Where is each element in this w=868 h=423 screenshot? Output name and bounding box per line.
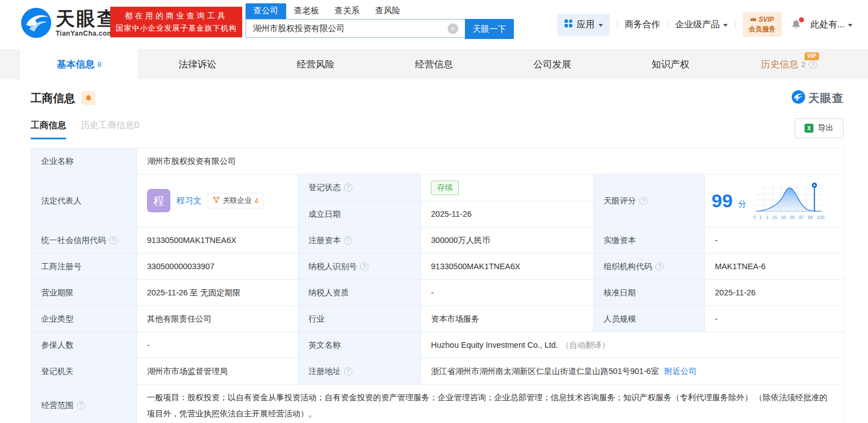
svip-member-button[interactable]: SVIP 会员服务	[743, 12, 782, 37]
field-label-registered-address: 注册地址	[298, 358, 421, 385]
field-value-insured-count: -	[137, 332, 298, 358]
tianyancha-logo[interactable]: 天眼查 TianYanCha.com	[21, 8, 117, 38]
field-value-industry: 资本市场服务	[421, 306, 594, 332]
help-icon[interactable]	[344, 367, 352, 376]
field-label-credit-code: 统一社会信用代码	[31, 227, 137, 254]
subscribe-bell-button[interactable]	[81, 91, 96, 105]
export-label: 导出	[818, 123, 833, 133]
chevron-down-icon	[848, 24, 852, 27]
help-icon[interactable]	[344, 183, 352, 192]
org-code-label: 组织机构代码	[604, 261, 652, 272]
clear-search-icon[interactable]	[448, 23, 458, 34]
score-distribution-chart[interactable]: 01 315 5085 9799 100	[753, 181, 825, 220]
help-icon[interactable]	[344, 236, 352, 245]
field-value-approval-date: 2025-11-26	[705, 280, 845, 306]
enterprise-products-link[interactable]: 企业级产品	[675, 19, 728, 31]
search-tab-risk[interactable]: 查风险	[367, 3, 408, 19]
field-label-company-name: 企业名称	[31, 148, 137, 174]
score-unit: 分	[738, 199, 747, 210]
help-icon[interactable]	[808, 60, 817, 69]
field-label-taxpayer-quality: 纳税人资质	[298, 280, 421, 306]
subtab-history-business-info[interactable]: 历史工商信息0	[81, 120, 139, 139]
related-companies-label: 关联企业	[223, 196, 252, 206]
field-label-insured-count: 参保人数	[31, 332, 137, 358]
field-value-business-scope: 一般项目：股权投资；以自有资金从事投资活动；自有资金投资的资产管理服务；企业管理…	[137, 385, 845, 423]
field-value-tyc-score: 99 分	[705, 174, 845, 227]
related-companies-badge[interactable]: 关联企业 4	[208, 193, 263, 208]
user-menu-label: 此处有...	[811, 19, 845, 31]
export-button[interactable]: 导出	[795, 118, 844, 138]
search-input[interactable]	[246, 19, 465, 38]
tab-history-info[interactable]: VIP 历史信息 2	[730, 49, 848, 79]
table-row: 参保人数 - 英文名称 Huzhou Equity Investment Co.…	[31, 332, 844, 358]
notification-bell-icon[interactable]	[791, 19, 802, 30]
registered-capital-label: 注册资本	[308, 235, 341, 246]
auto-translate-note: （自动翻译）	[561, 340, 610, 351]
credit-code-label: 统一社会信用代码	[41, 235, 106, 246]
slogan-banner: 都在用的商业查询工具 国家中小企业发展子基金旗下机构	[110, 7, 242, 37]
field-value-paid-capital: -	[705, 227, 845, 254]
nearby-companies-link[interactable]: 附近公司	[664, 366, 697, 377]
user-menu[interactable]: 此处有...	[811, 19, 852, 31]
excel-icon	[805, 124, 813, 133]
tab-intellectual-property[interactable]: 知识产权	[611, 49, 729, 79]
tab-history-info-count: 2	[801, 60, 805, 69]
field-label-registered-capital: 注册资本	[298, 227, 421, 254]
help-icon[interactable]	[360, 262, 369, 271]
search-button[interactable]: 天眼一下	[465, 19, 514, 39]
field-label-registration-authority: 登记机关	[31, 358, 137, 385]
tab-legal-proceedings[interactable]: 法律诉讼	[138, 49, 256, 79]
address-text: 浙江省湖州市湖州南太湖新区仁皇山街道仁皇山路501号901-6室	[431, 366, 659, 377]
table-row: 统一社会信用代码 91330500MAK1TNEA6X 注册资本 300000万…	[31, 227, 844, 254]
logo-domain: TianYanCha.com	[56, 30, 117, 37]
search-tab-company[interactable]: 查公司	[246, 3, 286, 19]
table-row: 工商注册号 330500000033907 纳税人识别号 91330500MAK…	[31, 254, 844, 280]
search-tabs: 查公司 查老板 查关系 查风险	[246, 3, 514, 19]
slogan-line2: 国家中小企业发展子基金旗下机构	[116, 23, 237, 33]
avatar[interactable]: 程	[147, 189, 170, 212]
apps-grid-icon	[564, 19, 573, 30]
registration-status-label: 登记状态	[308, 182, 341, 193]
field-label-staff-size: 人员规模	[594, 306, 705, 332]
legal-representative-link[interactable]: 程习文	[176, 196, 202, 206]
subtab-business-info[interactable]: 工商信息	[31, 120, 66, 139]
header-right: 应用 商务合作 企业级产品 SVIP 会员服务 此处有...	[557, 0, 852, 49]
business-cooperation-link[interactable]: 商务合作	[625, 19, 660, 31]
field-value-staff-size: -	[705, 306, 845, 332]
field-value-establish-date: 2025-11-26	[421, 201, 594, 227]
search-tab-relation[interactable]: 查关系	[327, 3, 367, 19]
watermark-logo-icon	[792, 90, 805, 106]
help-icon[interactable]	[77, 401, 85, 410]
help-icon[interactable]	[639, 197, 648, 205]
tab-basic-info-label: 基本信息	[57, 58, 95, 71]
tab-company-development-label: 公司发展	[533, 58, 571, 71]
table-row: 登记机关 湖州市市场监督管理局 注册地址 浙江省湖州市湖州南太湖新区仁皇山街道仁…	[31, 358, 844, 385]
help-icon[interactable]	[655, 262, 664, 271]
apps-button[interactable]: 应用	[557, 14, 610, 36]
score-value: 99	[712, 191, 733, 210]
main-content: 工商信息 天眼查 工商信息 历史工商信息0 导出	[0, 90, 868, 423]
table-row: 企业类型 其他有限责任公司 行业 资本市场服务 人员规模 -	[31, 306, 844, 332]
tab-legal-proceedings-label: 法律诉讼	[179, 58, 217, 71]
field-value-company-name: 湖州市股权投资有限公司	[137, 148, 845, 174]
search-tab-boss[interactable]: 查老板	[286, 3, 327, 19]
divider	[735, 21, 735, 29]
field-value-company-type: 其他有限责任公司	[137, 306, 298, 332]
field-value-registration-number: 330500000033907	[137, 254, 298, 280]
watermark-logo: 天眼查	[792, 90, 844, 106]
chevron-down-icon	[599, 24, 603, 27]
tab-basic-info[interactable]: 基本信息 8	[20, 49, 138, 79]
business-scope-label: 经营范围	[41, 400, 73, 411]
help-icon[interactable]	[109, 236, 117, 245]
tab-company-development[interactable]: 公司发展	[493, 49, 611, 79]
tab-operation-info[interactable]: 经营信息	[375, 49, 493, 79]
score-axis-ticks: 01 315 5085 9799 100	[753, 215, 825, 220]
search-area: 查公司 查老板 查关系 查风险 天眼一下	[246, 3, 514, 39]
tab-operation-risk[interactable]: 经营风险	[257, 49, 375, 79]
tab-operation-risk-label: 经营风险	[297, 58, 335, 71]
field-value-registration-authority: 湖州市市场监督管理局	[137, 358, 298, 385]
field-value-legal-representative: 程 程习文 关联企业 4	[137, 174, 298, 227]
english-name-text: Huzhou Equity Investment Co., Ltd.	[431, 341, 558, 349]
logo-text: 天眼查	[56, 9, 117, 28]
business-scope-text: 一般项目：股权投资；以自有资金从事投资活动；自有资金投资的资产管理服务；企业管理…	[147, 390, 834, 422]
